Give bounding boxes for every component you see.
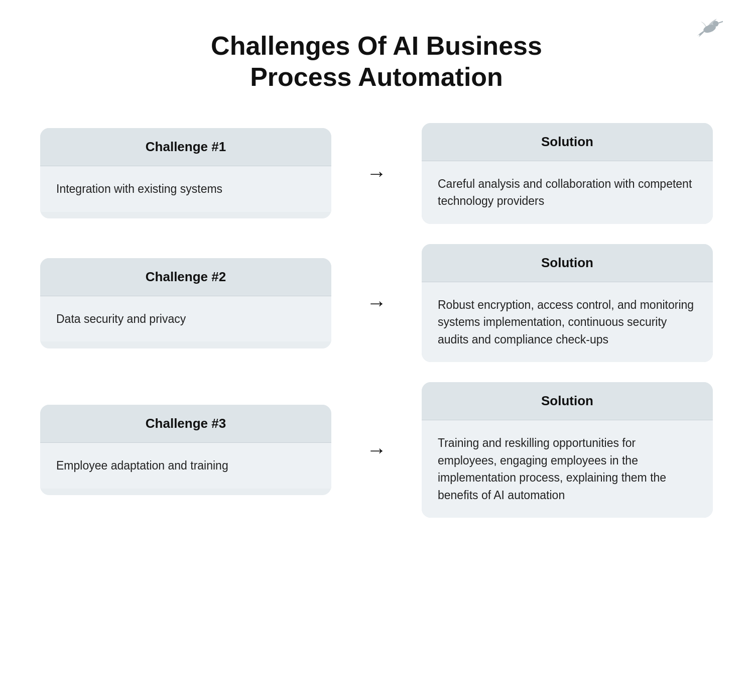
challenge-2-body-text: Data security and privacy: [56, 312, 186, 325]
solution-2-header-text: Solution: [541, 255, 593, 270]
arrow-icon-2: →: [366, 292, 387, 314]
content-area: Challenge #1 Integration with existing s…: [40, 123, 713, 518]
solution-3-header: Solution: [422, 382, 713, 420]
challenge-card-1: Challenge #1 Integration with existing s…: [40, 128, 331, 218]
logo: [693, 15, 723, 40]
solution-2-header: Solution: [422, 244, 713, 282]
challenge-1-header: Challenge #1: [40, 128, 331, 166]
solution-3-header-text: Solution: [541, 393, 593, 408]
challenge-row-3: Challenge #3 Employee adaptation and tra…: [40, 382, 713, 518]
challenge-2-header: Challenge #2: [40, 258, 331, 296]
challenge-1-header-text: Challenge #1: [146, 139, 226, 154]
solution-1-body-text: Careful analysis and collaboration with …: [438, 177, 692, 208]
challenge-1-body-text: Integration with existing systems: [56, 182, 222, 195]
arrow-icon-3: →: [366, 439, 387, 461]
challenge-card-2: Challenge #2 Data security and privacy: [40, 258, 331, 348]
challenge-3-header-text: Challenge #3: [146, 416, 226, 431]
challenge-3-body-text: Employee adaptation and training: [56, 459, 228, 472]
solution-card-1: Solution Careful analysis and collaborat…: [422, 123, 713, 224]
challenge-3-header: Challenge #3: [40, 405, 331, 443]
challenge-1-body: Integration with existing systems: [40, 166, 331, 212]
solution-1-header: Solution: [422, 123, 713, 161]
challenge-2-header-text: Challenge #2: [146, 269, 226, 284]
arrow-icon-1: →: [366, 162, 387, 185]
challenge-row-2: Challenge #2 Data security and privacy →…: [40, 244, 713, 363]
solution-card-3: Solution Training and reskilling opportu…: [422, 382, 713, 518]
arrow-3: →: [361, 439, 392, 461]
solution-1-body: Careful analysis and collaboration with …: [422, 161, 713, 224]
challenge-2-body: Data security and privacy: [40, 296, 331, 342]
arrow-1: →: [361, 162, 392, 185]
hummingbird-icon: [693, 15, 723, 40]
solution-card-2: Solution Robust encryption, access contr…: [422, 244, 713, 363]
solution-3-body: Training and reskilling opportunities fo…: [422, 420, 713, 518]
solution-2-body-text: Robust encryption, access control, and m…: [438, 298, 694, 346]
challenge-3-body: Employee adaptation and training: [40, 443, 331, 489]
solution-3-body-text: Training and reskilling opportunities fo…: [438, 436, 666, 502]
challenge-row-1: Challenge #1 Integration with existing s…: [40, 123, 713, 224]
svg-line-2: [718, 22, 723, 23]
solution-2-body: Robust encryption, access control, and m…: [422, 282, 713, 363]
solution-1-header-text: Solution: [541, 134, 593, 149]
arrow-2: →: [361, 292, 392, 314]
page-title: Challenges Of AI Business Process Automa…: [201, 30, 552, 93]
challenge-card-3: Challenge #3 Employee adaptation and tra…: [40, 405, 331, 495]
